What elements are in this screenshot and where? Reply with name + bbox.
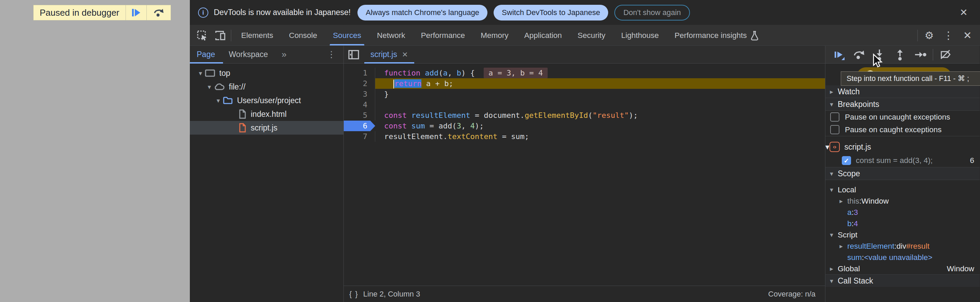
tab-security[interactable]: Security [570,25,613,46]
settings-gear-icon[interactable]: ⚙ [920,29,939,41]
line-number[interactable]: 1 [344,68,375,78]
close-devtools-icon[interactable]: ✕ [958,29,977,41]
disclosure-arrow-icon[interactable]: ▸ [835,197,847,205]
disclosure-arrow-icon[interactable]: ▸ [826,265,838,273]
code-line-7[interactable]: 7resultElement.textContent = sum; [344,131,825,142]
scope-section-script[interactable]: ▾Script [826,229,980,240]
line-number[interactable]: 3 [344,89,375,100]
line-number[interactable]: 5 [344,110,375,120]
tab-memory[interactable]: Memory [473,25,516,46]
resume-icon[interactable] [828,46,849,63]
line-number[interactable]: 2 [344,78,375,89]
section-header-watch[interactable]: ▸Watch [826,85,980,98]
tab-performance-insights[interactable]: Performance insights [667,25,767,46]
disclosure-arrow-icon[interactable]: ▾ [826,186,838,194]
code-editor[interactable]: 1function add(a, b) {a = 3, b = 42 retur… [344,63,825,286]
scope-variable-row[interactable]: a: 3 [826,207,980,218]
code-token: = sum; [497,132,529,141]
scope-section-local[interactable]: ▾Local [826,184,980,195]
more-tabs-icon[interactable]: » [282,49,286,60]
section-header-breakpoints[interactable]: ▾Breakpoints [826,98,980,110]
breakpoint-file-group[interactable]: ▾‹›script.js [826,140,980,154]
tab-elements[interactable]: Elements [233,25,281,46]
disclosure-arrow-icon[interactable]: ▾ [826,277,838,285]
main-toolbar: ElementsConsoleSourcesNetworkPerformance… [190,25,980,46]
tree-item-users-user-project[interactable]: ▾Users/user/project [190,93,344,107]
scope-token: a [847,208,852,217]
checkbox-row-pause-on-uncaught-exceptions[interactable]: Pause on uncaught exceptions [826,111,980,123]
disclosure-arrow-icon[interactable]: ▾ [826,231,838,239]
notification-close-icon[interactable]: ✕ [956,7,972,18]
banner-resume-button[interactable] [126,5,146,20]
scope-variable-row[interactable]: ▸resultElement: div#result [826,240,980,252]
banner-step-over-button[interactable] [146,5,171,20]
expand-arrow-icon[interactable]: ▾ [214,97,223,104]
scope-section-label: Global [838,264,860,273]
disclosure-arrow-icon[interactable]: ▸ [826,88,838,96]
scope-variable-row[interactable]: sum: <value unavailable> [826,252,980,263]
tree-item-script-js[interactable]: script.js [190,121,344,134]
step-into-tooltip: Step into next function call - F11 - ⌘ ; [841,71,980,86]
disclosure-arrow-icon[interactable]: ▾ [826,142,829,152]
file-html-icon [239,109,247,119]
line-number[interactable]: 7 [344,131,375,142]
tab-application[interactable]: Application [517,25,570,46]
code-token [407,122,411,130]
scope-token: 4 [854,219,858,228]
tab-workspace[interactable]: Workspace [229,50,268,59]
code-line-6[interactable]: 6const sum = add(3, 4); [344,120,825,131]
step-over-icon[interactable] [849,46,869,63]
toolbar-separator [231,30,231,41]
inspect-icon[interactable] [193,27,211,44]
breakpoint-marker[interactable]: 6 [344,120,375,131]
tab-lighthouse[interactable]: Lighthouse [613,25,667,46]
tab-page[interactable]: Page [197,50,215,59]
code-line-4[interactable]: 4 [344,100,825,110]
scope-token: this [847,197,859,206]
checkbox-row-pause-on-caught-exceptions[interactable]: Pause on caught exceptions [826,123,980,136]
section-header-call-stack[interactable]: ▾Call Stack [826,275,980,287]
device-toolbar-icon[interactable] [211,27,229,44]
editor-tabstrip: script.js ✕ [344,46,825,63]
more-options-icon[interactable]: ⋮ [939,29,958,41]
tab-network[interactable]: Network [369,25,413,46]
code-token [407,111,411,120]
scope-variable-row[interactable]: ▸this: Window [826,195,980,207]
switch-to-japanese-button[interactable]: Switch DevTools to Japanese [493,5,608,21]
dont-show-again-button[interactable]: Don't show again [614,5,690,21]
pretty-print-icon[interactable]: { } [344,290,363,299]
code-line-5[interactable]: 5const resultElement = document.getEleme… [344,110,825,120]
tree-item-file-[interactable]: ▾file:// [190,80,344,93]
checkbox-label: Pause on uncaught exceptions [845,113,950,122]
code-line-1[interactable]: 1function add(a, b) {a = 3, b = 4 [344,68,825,78]
disclosure-arrow-icon[interactable]: ▸ [835,242,847,250]
toggle-navigator-icon[interactable] [348,49,360,60]
code-line-2[interactable]: 2 return a + b; [344,78,825,89]
disclosure-arrow-icon[interactable]: ▾ [826,170,838,178]
tab-performance[interactable]: Performance [413,25,473,46]
breakpoint-entry[interactable]: ✓const sum = add(3, 4);6 [826,154,980,167]
code-line-content: function add(a, b) {a = 3, b = 4 [375,68,825,78]
editor-tab-close-icon[interactable]: ✕ [402,51,408,59]
checkbox[interactable] [830,112,839,122]
tab-sources[interactable]: Sources [325,25,369,46]
expand-arrow-icon[interactable]: ▾ [205,83,214,91]
checkbox[interactable] [830,125,839,134]
section-header-scope[interactable]: ▾Scope [826,168,980,180]
expand-arrow-icon[interactable]: ▾ [196,70,205,77]
scope-variable-row[interactable]: b: 4 [826,218,980,229]
tree-item-index-html[interactable]: index.html [190,107,344,121]
match-chrome-language-button[interactable]: Always match Chrome's language [358,5,487,21]
line-number[interactable]: 4 [344,100,375,110]
navigator-menu-icon[interactable]: ⋮ [327,49,336,60]
deactivate-breakpoints-icon[interactable] [935,46,956,63]
breakpoint-checkbox[interactable]: ✓ [842,156,851,165]
scope-section-global[interactable]: ▸GlobalWindow [826,263,980,274]
editor-tab-script-js[interactable]: script.js ✕ [364,46,414,63]
tab-console[interactable]: Console [281,25,325,46]
step-out-icon[interactable] [890,46,910,63]
code-line-3[interactable]: 3} [344,89,825,100]
tree-item-top[interactable]: ▾top [190,66,344,80]
disclosure-arrow-icon[interactable]: ▾ [826,100,838,108]
step-icon[interactable] [910,46,931,63]
